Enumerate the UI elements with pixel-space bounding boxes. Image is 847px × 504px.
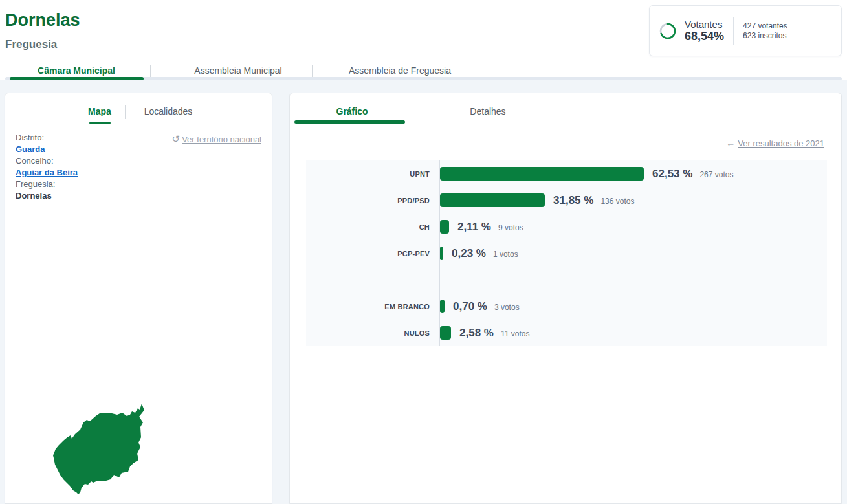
freguesia-value: Dornelas	[16, 190, 78, 202]
district-label: Distrito:	[16, 132, 78, 144]
tab-grafico[interactable]: Gráfico	[336, 106, 368, 116]
result-bar[interactable]	[440, 326, 451, 340]
tab-localidades[interactable]: Localidades	[144, 106, 193, 116]
territory-link[interactable]: ↺Ver território nacional	[172, 133, 261, 145]
tab-detalhes[interactable]: Detalhes	[470, 106, 505, 116]
chart-row: UPNT62,53 %267 votos	[306, 160, 827, 187]
tab-mapa[interactable]: Mapa	[88, 106, 111, 116]
tab-assembleia-freguesia[interactable]: Assembleia de Freguesia	[349, 65, 451, 76]
chart-row: PPD/PSD31,85 %136 votos	[306, 187, 827, 214]
restore-icon: ↺	[172, 133, 181, 144]
tab-divider	[412, 105, 412, 119]
chart-row: EM BRANCO0,70 %3 votos	[306, 293, 827, 320]
concelho-label: Concelho:	[16, 155, 78, 167]
geo-breadcrumb: Distrito: Guarda Concelho: Aguiar da Bei…	[16, 132, 78, 202]
turnout-main: Votantes 68,54%	[685, 19, 724, 43]
party-label: PCP-PEV	[306, 250, 435, 257]
party-label: PPD/PSD	[306, 197, 435, 204]
result-bar[interactable]	[440, 300, 445, 313]
mapa-active-underline	[89, 122, 111, 124]
votes-label: 11 votos	[501, 329, 529, 338]
chart-rows: UPNT62,53 %267 votosPPD/PSD31,85 %136 vo…	[306, 160, 827, 346]
party-label: NULOS	[306, 329, 435, 337]
result-bar[interactable]	[440, 220, 449, 234]
party-label: EM BRANCO	[306, 303, 435, 311]
chart-row: PCP-PEV0,23 %1 votos	[306, 240, 827, 267]
result-bar[interactable]	[440, 193, 545, 207]
tab-divider	[125, 105, 126, 119]
map-panel: Mapa Localidades ↺Ver território naciona…	[5, 93, 272, 504]
results-2021-link[interactable]: ←Ver resultados de 2021	[726, 138, 824, 148]
turnout-voters: 427 votantes	[743, 21, 787, 31]
percent-label: 31,85 %	[553, 194, 593, 207]
arrow-left-icon: ←	[726, 138, 735, 148]
territory-link-label: Ver território nacional	[182, 135, 261, 144]
votes-label: 9 votos	[498, 223, 523, 232]
page-title: Dornelas	[5, 10, 80, 30]
party-label: UPNT	[306, 170, 435, 178]
chart-row: CH2,11 %9 votos	[306, 214, 827, 240]
page-subtitle: Freguesia	[5, 38, 57, 51]
tab-assembleia-municipal[interactable]: Assembleia Municipal	[194, 65, 281, 76]
results-2021-link-label: Ver resultados de 2021	[738, 138, 824, 148]
freguesia-label: Freguesia:	[16, 179, 78, 190]
turnout-ring-icon	[659, 22, 677, 40]
concelho-link[interactable]: Aguiar da Beira	[16, 168, 78, 177]
turnout-details: 427 votantes 623 inscritos	[743, 21, 787, 41]
tab-camara-municipal[interactable]: Câmara Municipal	[38, 65, 115, 76]
turnout-card: Votantes 68,54% 427 votantes 623 inscrit…	[649, 5, 842, 56]
results-panel: Gráfico Detalhes ←Ver resultados de 2021…	[289, 93, 842, 504]
result-bar[interactable]	[440, 247, 443, 260]
party-label: CH	[306, 223, 435, 231]
chart-row-spacer	[306, 267, 827, 293]
percent-label: 2,11 %	[457, 221, 491, 234]
results-bar-chart: UPNT62,53 %267 votosPPD/PSD31,85 %136 vo…	[306, 160, 827, 346]
votes-label: 136 votos	[600, 197, 634, 206]
turnout-divider	[733, 17, 734, 45]
votes-label: 1 votos	[493, 250, 518, 259]
turnout-percent: 68,54%	[685, 30, 724, 43]
chart-row: NULOS2,58 %11 votos	[306, 320, 827, 346]
percent-label: 0,23 %	[452, 247, 486, 260]
votes-label: 3 votos	[494, 303, 520, 312]
percent-label: 62,53 %	[652, 168, 692, 181]
turnout-registered: 623 inscritos	[743, 31, 787, 41]
grafico-active-underline	[294, 120, 405, 124]
district-link[interactable]: Guarda	[16, 144, 45, 154]
votes-label: 267 votos	[699, 170, 733, 179]
turnout-label: Votantes	[685, 19, 724, 30]
percent-label: 0,70 %	[453, 300, 487, 313]
freguesia-map-shape[interactable]	[49, 402, 153, 504]
result-bar[interactable]	[440, 167, 644, 181]
percent-label: 2,58 %	[459, 327, 494, 340]
